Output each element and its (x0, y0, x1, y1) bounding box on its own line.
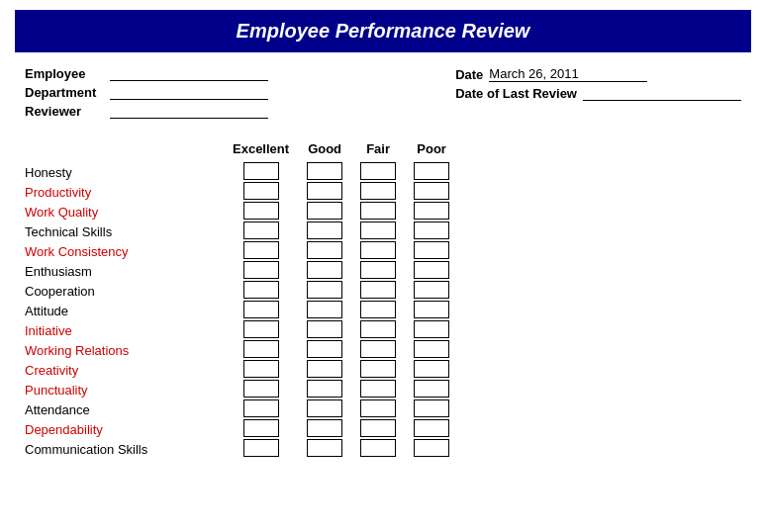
rating-checkbox-productivity-good[interactable] (307, 182, 342, 200)
criteria-item-attitude: Attitude (25, 301, 223, 320)
rating-checkbox-working-relations-fair[interactable] (360, 340, 396, 358)
rating-checkbox-dependability-fair[interactable] (360, 419, 396, 437)
rating-checkbox-enthusiasm-poor[interactable] (414, 261, 449, 279)
rating-col-header-poor: Poor (417, 134, 446, 162)
employee-label: Employee (25, 66, 104, 81)
criteria-item-technical-skills: Technical Skills (25, 222, 223, 241)
rating-checkbox-dependability-good[interactable] (307, 419, 342, 437)
department-label: Department (25, 85, 104, 100)
rating-checkbox-initiative-poor[interactable] (414, 320, 449, 338)
criteria-item-initiative: Initiative (25, 320, 223, 340)
reviewer-field-row: Reviewer (25, 104, 268, 119)
rating-checkbox-communication-skills-poor[interactable] (414, 439, 449, 457)
criteria-item-creativity: Creativity (25, 360, 223, 380)
rating-checkbox-honesty-good[interactable] (307, 162, 342, 180)
rating-checkbox-initiative-good[interactable] (307, 320, 342, 338)
rating-checkbox-technical-skills-good[interactable] (307, 222, 342, 239)
rating-checkbox-attendance-fair[interactable] (360, 399, 396, 417)
rating-checkbox-attendance-good[interactable] (307, 399, 342, 417)
rating-checkbox-working-relations-excellent[interactable] (243, 340, 279, 358)
criteria-item-communication-skills: Communication Skills (25, 439, 223, 459)
rating-checkbox-attendance-poor[interactable] (414, 399, 449, 417)
rating-checkbox-attitude-good[interactable] (307, 301, 342, 318)
rating-checkbox-work-consistency-excellent[interactable] (243, 241, 279, 259)
rating-checkbox-productivity-poor[interactable] (414, 182, 449, 200)
rating-checkbox-honesty-poor[interactable] (414, 162, 449, 180)
rating-checkbox-work-quality-good[interactable] (307, 202, 342, 220)
rating-col-excellent: Excellent (233, 134, 289, 459)
rating-checkbox-enthusiasm-excellent[interactable] (243, 261, 279, 279)
criteria-item-work-consistency: Work Consistency (25, 241, 223, 261)
rating-checkbox-attitude-fair[interactable] (360, 301, 396, 318)
left-fields: Employee Department Reviewer (25, 66, 268, 119)
rating-checkbox-attitude-excellent[interactable] (243, 301, 279, 318)
reviewer-input-line[interactable] (110, 105, 268, 119)
rating-checkbox-productivity-excellent[interactable] (243, 182, 279, 200)
rating-checkbox-creativity-poor[interactable] (414, 360, 449, 378)
criteria-item-punctuality: Punctuality (25, 380, 223, 399)
rating-checkbox-cooperation-excellent[interactable] (243, 281, 279, 299)
reviewer-label: Reviewer (25, 104, 104, 119)
criteria-item-enthusiasm: Enthusiasm (25, 261, 223, 281)
right-fields: Date March 26, 2011 Date of Last Review (455, 66, 741, 119)
employee-input-line[interactable] (110, 67, 268, 81)
rating-checkbox-working-relations-poor[interactable] (414, 340, 449, 358)
rating-checkbox-dependability-excellent[interactable] (243, 419, 279, 437)
rating-checkbox-enthusiasm-good[interactable] (307, 261, 342, 279)
criteria-item-cooperation: Cooperation (25, 281, 223, 301)
rating-checkbox-enthusiasm-fair[interactable] (360, 261, 396, 279)
rating-checkbox-creativity-fair[interactable] (360, 360, 396, 378)
rating-col-good: Good (307, 134, 342, 459)
rating-col-header-good: Good (308, 134, 341, 162)
rating-checkbox-work-consistency-fair[interactable] (360, 241, 396, 259)
ratings-columns: ExcellentGoodFairPoor (223, 134, 741, 459)
rating-checkbox-cooperation-poor[interactable] (414, 281, 449, 299)
department-field-row: Department (25, 85, 268, 100)
rating-checkbox-work-quality-poor[interactable] (414, 202, 449, 220)
rating-checkbox-creativity-good[interactable] (307, 360, 342, 378)
rating-checkbox-initiative-fair[interactable] (360, 320, 396, 338)
rating-checkbox-initiative-excellent[interactable] (243, 320, 279, 338)
rating-checkbox-punctuality-good[interactable] (307, 380, 342, 398)
rating-checkbox-honesty-excellent[interactable] (243, 162, 279, 180)
rating-checkbox-punctuality-excellent[interactable] (243, 380, 279, 398)
rating-checkbox-productivity-fair[interactable] (360, 182, 396, 200)
criteria-item-work-quality: Work Quality (25, 202, 223, 222)
date-label: Date (455, 67, 483, 82)
rating-checkbox-work-consistency-good[interactable] (307, 241, 342, 259)
criteria-item-honesty: Honesty (25, 162, 223, 182)
rating-checkbox-honesty-fair[interactable] (360, 162, 396, 180)
page-header: Employee Performance Review (15, 10, 751, 52)
rating-checkbox-attitude-poor[interactable] (414, 301, 449, 318)
rating-checkbox-work-consistency-poor[interactable] (414, 241, 449, 259)
rating-checkbox-working-relations-good[interactable] (307, 340, 342, 358)
rating-checkbox-technical-skills-poor[interactable] (414, 222, 449, 239)
department-input-line[interactable] (110, 86, 268, 100)
rating-checkbox-communication-skills-fair[interactable] (360, 439, 396, 457)
rating-checkbox-punctuality-fair[interactable] (360, 380, 396, 398)
rating-col-header-fair: Fair (366, 134, 390, 162)
rating-checkbox-cooperation-good[interactable] (307, 281, 342, 299)
rating-checkbox-work-quality-fair[interactable] (360, 202, 396, 220)
rating-checkbox-communication-skills-good[interactable] (307, 439, 342, 457)
criteria-header-spacer (25, 134, 223, 162)
date-last-review-field-row: Date of Last Review (455, 86, 741, 101)
rating-checkbox-technical-skills-excellent[interactable] (243, 222, 279, 239)
rating-checkbox-punctuality-poor[interactable] (414, 380, 449, 398)
criteria-item-productivity: Productivity (25, 182, 223, 202)
rating-checkbox-dependability-poor[interactable] (414, 419, 449, 437)
rating-checkbox-work-quality-excellent[interactable] (243, 202, 279, 220)
rating-checkbox-cooperation-fair[interactable] (360, 281, 396, 299)
rating-checkbox-communication-skills-excellent[interactable] (243, 439, 279, 457)
employee-field-row: Employee (25, 66, 268, 81)
rating-col-fair: Fair (360, 134, 396, 459)
criteria-column: HonestyProductivityWork QualityTechnical… (25, 134, 223, 459)
date-field-row: Date March 26, 2011 (455, 66, 647, 82)
top-fields-section: Employee Department Reviewer Date March … (15, 66, 751, 119)
ratings-section: HonestyProductivityWork QualityTechnical… (15, 134, 751, 459)
date-last-review-label: Date of Last Review (455, 86, 577, 101)
rating-checkbox-attendance-excellent[interactable] (243, 399, 279, 417)
rating-checkbox-technical-skills-fair[interactable] (360, 222, 396, 239)
rating-checkbox-creativity-excellent[interactable] (243, 360, 279, 378)
date-last-review-input-line[interactable] (583, 87, 741, 101)
